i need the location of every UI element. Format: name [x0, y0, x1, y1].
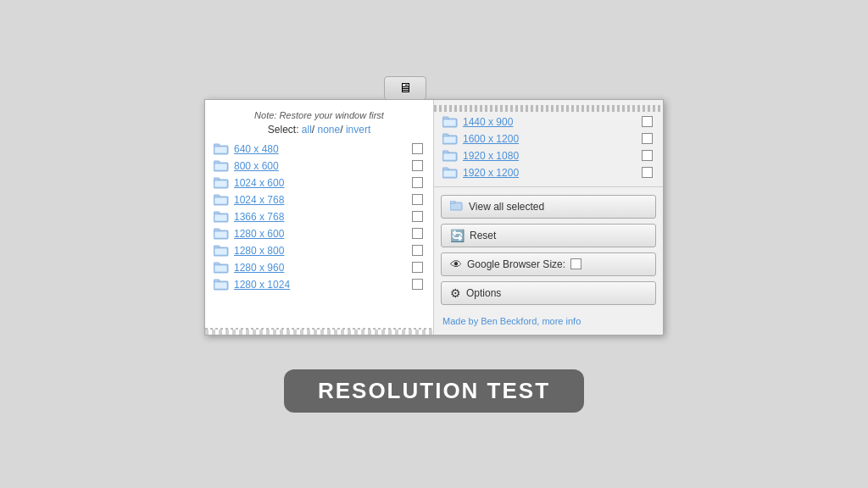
svg-rect-22 — [214, 263, 220, 265]
list-item[interactable]: 1920 x 1080 — [434, 147, 663, 164]
resolution-1600x1200[interactable]: 1600 x 1200 — [463, 133, 642, 145]
checkbox-1920x1200[interactable] — [642, 167, 653, 178]
folder-icon — [442, 116, 458, 128]
folder-icon — [214, 194, 229, 206]
list-item[interactable]: 640 x 480 — [205, 141, 433, 158]
resolution-1366x768[interactable]: 1366 x 768 — [234, 211, 412, 223]
folder-icon — [214, 262, 229, 274]
list-item[interactable]: 1920 x 1200 — [434, 164, 663, 181]
select-none-link[interactable]: none — [318, 124, 341, 136]
folder-icon — [442, 167, 458, 179]
more-info-link[interactable]: more info — [542, 316, 581, 326]
list-item[interactable]: 1440 x 900 — [434, 114, 663, 130]
checkbox-1280x960[interactable] — [412, 262, 423, 273]
checkbox-1366x768[interactable] — [412, 211, 423, 222]
folder-icon — [214, 279, 229, 291]
resolution-1920x1200[interactable]: 1920 x 1200 — [463, 167, 642, 179]
resolution-1024x600[interactable]: 1024 x 600 — [234, 177, 412, 189]
left-panel: Note: Restore your window first Select: … — [205, 100, 434, 335]
note-text: Note: Restore your window first — [205, 107, 433, 122]
divider — [434, 186, 663, 187]
view-all-label: View all selected — [469, 201, 544, 213]
resolution-1440x900[interactable]: 1440 x 900 — [463, 116, 642, 128]
list-item[interactable]: 1280 x 600 — [205, 225, 433, 242]
select-all-link[interactable]: all — [302, 124, 312, 136]
list-item[interactable]: 1280 x 800 — [205, 242, 433, 259]
svg-rect-40 — [450, 201, 455, 203]
reset-icon: 🔄 — [450, 229, 465, 242]
list-item[interactable]: 1366 x 768 — [205, 208, 433, 225]
options-icon: ⚙ — [450, 286, 461, 300]
folder-icon — [214, 228, 229, 240]
svg-rect-1 — [214, 144, 220, 147]
checkbox-640x480[interactable] — [412, 143, 423, 154]
list-item[interactable]: 1600 x 1200 — [434, 130, 663, 147]
folder-icon — [214, 160, 229, 172]
svg-rect-5 — [214, 164, 227, 170]
list-item[interactable]: 1280 x 960 — [205, 259, 433, 276]
svg-rect-23 — [214, 265, 227, 272]
resolution-1024x768[interactable]: 1024 x 768 — [234, 194, 412, 206]
checkbox-1280x800[interactable] — [412, 245, 423, 256]
resolution-1280x960[interactable]: 1280 x 960 — [234, 262, 412, 274]
checkbox-1024x600[interactable] — [412, 177, 423, 188]
svg-rect-16 — [214, 229, 220, 231]
reset-button[interactable]: 🔄 Reset — [441, 224, 656, 247]
svg-rect-14 — [214, 214, 227, 221]
svg-rect-8 — [214, 180, 227, 187]
svg-rect-38 — [443, 170, 456, 177]
resize-icon[interactable]: 🖥 — [398, 80, 412, 96]
google-checkbox[interactable] — [570, 258, 581, 269]
checkbox-1600x1200[interactable] — [642, 133, 653, 144]
select-row: Select: all/ none/ invert — [205, 122, 433, 141]
checkbox-1024x768[interactable] — [412, 194, 423, 205]
resolution-800x600[interactable]: 800 x 600 — [234, 160, 412, 172]
folder-icon — [442, 133, 458, 145]
folder-icon — [214, 245, 229, 257]
list-item[interactable]: 1280 x 1024 — [205, 276, 433, 293]
google-browser-size-row: 👁 Google Browser Size: — [441, 252, 656, 276]
svg-rect-34 — [442, 151, 448, 153]
svg-rect-11 — [214, 197, 227, 204]
checkbox-800x600[interactable] — [412, 160, 423, 171]
checkbox-1920x1080[interactable] — [642, 150, 653, 161]
svg-rect-17 — [214, 231, 227, 238]
reset-label: Reset — [470, 230, 496, 241]
right-panel: 1440 x 900 1600 x 1200 1920 x 1080 — [434, 100, 663, 335]
footer: Made by Ben Beckford, more info — [434, 311, 663, 330]
select-invert-link[interactable]: invert — [346, 124, 370, 136]
select-label: Select: — [268, 124, 299, 136]
resolution-1280x800[interactable]: 1280 x 800 — [234, 245, 412, 257]
svg-rect-29 — [443, 119, 456, 126]
resolution-1280x1024[interactable]: 1280 x 1024 — [234, 279, 412, 291]
view-all-selected-button[interactable]: View all selected — [441, 195, 656, 219]
resolution-1920x1080[interactable]: 1920 x 1080 — [463, 150, 642, 162]
popup-main: Note: Restore your window first Select: … — [204, 99, 664, 336]
resolution-640x480[interactable]: 640 x 480 — [234, 143, 412, 155]
svg-rect-10 — [214, 195, 220, 197]
list-item[interactable]: 800 x 600 — [205, 158, 433, 175]
popup-icon-bar[interactable]: 🖥 — [384, 76, 426, 100]
checkbox-1440x900[interactable] — [642, 116, 653, 127]
svg-rect-37 — [442, 168, 448, 170]
popup-container: 🖥 Note: Restore your window first Select… — [204, 76, 664, 336]
google-label: Google Browser Size: — [467, 258, 565, 270]
options-label: Options — [466, 287, 501, 299]
resolution-1280x600[interactable]: 1280 x 600 — [234, 228, 412, 240]
folder-icon — [214, 211, 229, 223]
checkbox-1280x1024[interactable] — [412, 279, 423, 290]
svg-rect-26 — [214, 282, 227, 289]
folder-icon — [214, 143, 229, 155]
svg-rect-31 — [442, 134, 448, 136]
options-button[interactable]: ⚙ Options — [441, 281, 656, 305]
checkbox-1280x600[interactable] — [412, 228, 423, 239]
svg-rect-7 — [214, 178, 220, 180]
folder-icon — [214, 177, 229, 189]
svg-rect-13 — [214, 212, 220, 214]
svg-rect-20 — [214, 248, 227, 255]
list-item[interactable]: 1024 x 768 — [205, 191, 433, 208]
folder-icon — [442, 150, 458, 162]
list-item[interactable]: 1024 x 600 — [205, 175, 433, 191]
bottom-title-bar: RESOLUTION TEST — [284, 369, 584, 413]
made-by-link[interactable]: Made by Ben Beckford, — [442, 316, 539, 326]
